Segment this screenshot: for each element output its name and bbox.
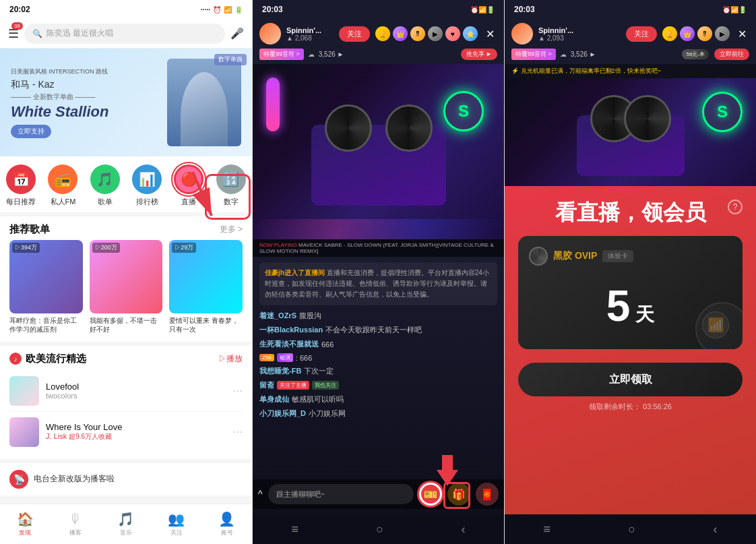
chat-msg-6: 留斋 关注了主播 我也关注 xyxy=(259,380,497,390)
nav-account[interactable]: 👤 账号 xyxy=(201,511,252,537)
timer-value: 03:56:26 xyxy=(643,402,672,411)
nav-podcast[interactable]: 🎙 播客 xyxy=(51,512,101,537)
song-artist-2: J. Lisk 超9.6万人收藏 xyxy=(46,432,226,442)
vip-days-label: 天 xyxy=(635,302,654,328)
followed-tag: 我也关注 xyxy=(312,381,339,390)
nav-daily[interactable]: 📅 每日推荐 xyxy=(0,164,42,207)
claim-btn[interactable]: 立即领取 xyxy=(518,363,743,396)
notice-bar-3: ⚡ 兑光机能量已满，万能福禽率已翻2倍，快来抢奖吧~ xyxy=(505,64,756,78)
banner-subtitle: 日美服装风格 INTERSECTION 路线 xyxy=(11,67,167,76)
home-sys-btn[interactable]: ○ xyxy=(376,522,383,537)
streamer-fans-2: ▲ 2,068 xyxy=(286,34,334,42)
status-icons-3: ⏰📶🔋 xyxy=(722,6,747,13)
close-btn-3[interactable]: ✕ xyxy=(735,25,749,43)
chat-msg-2: 一杯BlackRussian 不会今天歌跟昨天前天一样吧 xyxy=(259,325,497,335)
notice-username: 佳豪jh进入了直播间 xyxy=(265,269,325,276)
euro-header: ♪ 欧美流行精选 ▷播放 xyxy=(9,353,243,365)
play-all-btn[interactable]: ▷播放 xyxy=(218,353,243,365)
gift-5: ♥ xyxy=(445,26,460,41)
banner-support-btn[interactable]: 立即支持 xyxy=(11,125,51,138)
gift-3-2: 👑 xyxy=(680,26,695,41)
chat-area: 佳豪jh进入了直播间 直播和充值消费，提倡理性消费。平台对直播内容24小时巡查，… xyxy=(253,257,504,544)
banner-artist: 和马 - Kaz xyxy=(11,79,167,91)
gift-2: 👑 xyxy=(393,26,408,41)
video-area: S xyxy=(253,64,504,239)
song-more-1[interactable]: ··· xyxy=(232,384,243,398)
playlist-label: 歌单 xyxy=(98,197,113,207)
close-btn-2[interactable]: ✕ xyxy=(483,25,497,43)
playlist-thumb-3: ▷29万 xyxy=(169,240,243,313)
tag-cloud-3: ☁ xyxy=(560,51,567,58)
playlist-card-3[interactable]: ▷29万 爱情可以重来 青春梦，只有一次 xyxy=(169,240,243,334)
follow-btn-2[interactable]: 关注 xyxy=(339,26,370,42)
neon-lines xyxy=(253,219,504,239)
banner[interactable]: 日美服装风格 INTERSECTION 路线 和马 - Kaz ——— 全新数字… xyxy=(0,49,252,156)
tag-special-3[interactable]: 特覆99音符 > xyxy=(511,49,556,60)
nav-fm[interactable]: 📻 私人FM xyxy=(42,164,84,207)
playlist-card-1[interactable]: ▷394万 耳畔疗愈：音乐是你工作学习的减压剂 xyxy=(9,240,83,334)
vip-question-btn[interactable]: ? xyxy=(728,200,743,214)
playlist-name-3: 爱情可以重来 青春梦，只有一次 xyxy=(169,316,243,334)
lucky-coupon-btn[interactable]: 🎫 xyxy=(419,483,442,506)
streamer-name-3: Spinnin'... xyxy=(538,26,621,34)
expand-btn[interactable]: ^ xyxy=(258,489,263,500)
streamer-avatar-3 xyxy=(511,23,533,44)
song-more-2[interactable]: ··· xyxy=(232,425,243,439)
discover-icon: 🏠 xyxy=(17,511,34,527)
playlist-card-2[interactable]: ▷200万 我能有多倔，不堪一击好不好 xyxy=(90,240,163,334)
nav-music[interactable]: 🎵 音乐 xyxy=(101,511,152,537)
red-box-outline xyxy=(443,482,470,509)
music-icon: 🎵 xyxy=(117,511,134,527)
song-item-2[interactable]: Where Is Your Love J. Lisk 超9.6万人收藏 ··· xyxy=(9,412,243,452)
goto-btn-3[interactable]: 立即前往 xyxy=(714,49,749,60)
back-sys-btn[interactable]: ‹ xyxy=(461,522,465,537)
tag-special-2[interactable]: 特覆99音符 > xyxy=(259,49,304,60)
chat-msg-8: 小刀娱乐网_D 小刀娱乐网 xyxy=(259,409,497,419)
svg-line-1 xyxy=(193,172,212,216)
playlist-name-2: 我能有多倔，不堪一击好不好 xyxy=(90,316,163,334)
ranking-icon: 📊 xyxy=(132,164,162,194)
chat-msg-4: Z98 秘演 : 666 xyxy=(259,353,497,362)
playlist-icon: 🎵 xyxy=(90,164,120,194)
follow-btn-3[interactable]: 关注 xyxy=(626,26,657,42)
vip-days: 5 xyxy=(606,284,631,328)
lucky-btn[interactable]: 🧧 xyxy=(476,483,499,506)
menu-icon[interactable]: ☰ 36 xyxy=(8,26,19,41)
system-nav-3: ≡ ○ ‹ xyxy=(505,514,756,544)
song-item-1[interactable]: Lovefool twocolors ··· xyxy=(9,371,243,412)
chat-msg-3: 生死看淡不服就送 666 xyxy=(259,339,497,349)
mic-icon[interactable]: 🎤 xyxy=(230,27,244,40)
song-sub-2: 超9.6万人收藏 xyxy=(69,433,112,440)
status-bar-3: 20:03 ⏰📶🔋 xyxy=(505,0,756,19)
video-area-3: S xyxy=(505,78,756,186)
gift-6: ⭐ xyxy=(463,26,478,41)
gift-3-3: 🎖 xyxy=(697,26,712,41)
nav-discover[interactable]: 🏠 发现 xyxy=(0,511,51,537)
nav-follow[interactable]: 👥 关注 xyxy=(151,511,201,537)
nav-playlist[interactable]: 🎵 歌单 xyxy=(84,164,126,207)
tag-cloud-2: ☁ xyxy=(308,51,315,58)
menu-sys-btn-3[interactable]: ≡ xyxy=(544,522,551,537)
streamer-fans-3: ▲ 2,093 xyxy=(538,34,621,42)
live-stream-btn-2[interactable]: 抢先享 ► xyxy=(461,49,497,60)
menu-sys-btn[interactable]: ≡ xyxy=(292,522,299,537)
bottom-nav-1: 🏠 发现 🎙 播客 🎵 音乐 👥 关注 👤 账号 xyxy=(0,504,252,544)
song-name-1: Lovefool xyxy=(46,382,226,392)
chat-badge-4b: 秘演 xyxy=(277,353,293,362)
status-icons-2: ⏰📶🔋 xyxy=(470,6,495,13)
back-sys-btn-3[interactable]: ‹ xyxy=(713,522,717,537)
home-sys-btn-3[interactable]: ○ xyxy=(628,522,635,537)
banner-divider: ——— 全新数字单曲 ——— xyxy=(11,92,167,102)
chat-input[interactable]: 跟主播聊聊吧~ xyxy=(268,484,414,504)
timer-area: 领取剩余时长： 03:56:26 xyxy=(589,402,672,412)
dj-scene-3: S xyxy=(505,78,756,186)
follow-icon: 👥 xyxy=(168,511,185,527)
price-tag: 56元-本 xyxy=(682,49,709,59)
podcast-icon: 🎙 xyxy=(69,512,82,527)
neon-logo: S xyxy=(443,91,484,131)
dj-table xyxy=(311,125,446,206)
search-input[interactable]: 🔍 陈奕迅 最近很火唱 xyxy=(24,24,225,44)
vip-promo-title: 看直播，领会员 xyxy=(555,200,706,225)
red-arrow-down xyxy=(437,470,458,486)
nav-ranking[interactable]: 📊 排行榜 xyxy=(126,164,168,207)
